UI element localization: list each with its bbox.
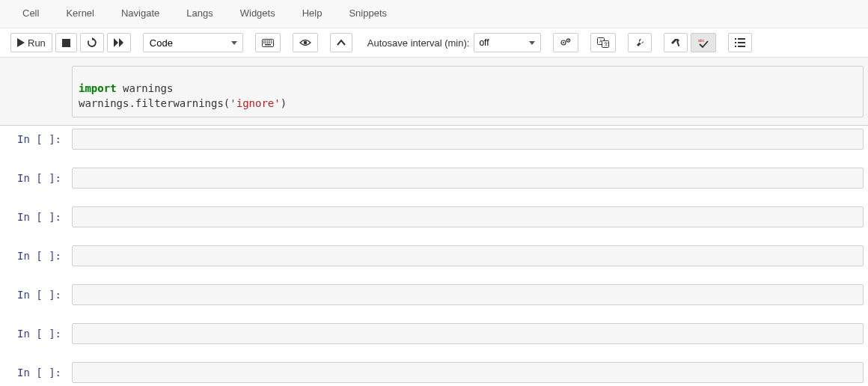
svg-rect-30	[735, 42, 736, 43]
restart-run-all-button[interactable]	[107, 33, 131, 52]
svg-rect-31	[738, 42, 745, 43]
code-input[interactable]	[72, 284, 864, 305]
cell-prompt: In [ ]:	[4, 362, 66, 383]
list-icon	[735, 38, 745, 47]
spellcheck-button[interactable]: abc	[691, 33, 716, 52]
svg-rect-26	[676, 41, 679, 46]
code-cell[interactable]: In [ ]:	[0, 203, 868, 230]
hammer-icon	[670, 37, 681, 48]
svg-point-19	[563, 42, 564, 43]
translate-button[interactable]: A文	[590, 33, 616, 52]
code-cell[interactable]: In [ ]:	[0, 165, 868, 192]
svg-marker-4	[119, 38, 123, 47]
cell-prompt: In [ ]:	[4, 129, 66, 150]
toc-button[interactable]	[728, 33, 752, 52]
svg-rect-12	[265, 42, 266, 43]
cell-prompt: In [ ]:	[4, 245, 66, 266]
svg-point-21	[568, 40, 569, 41]
scroll-top-button[interactable]	[330, 33, 352, 52]
svg-rect-28	[735, 38, 736, 40]
code-input[interactable]	[72, 245, 864, 266]
code-input[interactable]	[72, 362, 864, 383]
menu-langs[interactable]: Langs	[173, 3, 226, 23]
gears-icon	[560, 37, 572, 48]
menu-widgets[interactable]: Widgets	[227, 3, 289, 23]
wrench-icon	[635, 37, 645, 48]
code-input[interactable]	[72, 323, 864, 344]
svg-rect-29	[738, 38, 745, 40]
code-cell[interactable]: In [ ]:	[0, 126, 868, 153]
code-cell[interactable]: In [ ]:	[0, 320, 868, 347]
svg-rect-7	[265, 40, 266, 42]
cell-type-select[interactable]: Code	[143, 33, 243, 52]
cell-prompt: In [ ]:	[4, 206, 66, 227]
svg-rect-11	[263, 42, 265, 43]
svg-rect-33	[738, 46, 745, 47]
chevron-up-icon	[337, 39, 346, 46]
menu-navigate[interactable]: Navigate	[108, 3, 173, 23]
eye-icon	[299, 38, 311, 47]
run-label: Run	[28, 37, 46, 49]
svg-rect-14	[269, 42, 270, 43]
autosave-select[interactable]: off	[474, 33, 541, 52]
toolbar: Run Code Autosave in	[0, 28, 868, 58]
code-cell[interactable]: In [ ]:	[0, 359, 868, 386]
hide-header-button[interactable]	[293, 33, 318, 52]
cell-prompt: In [ ]:	[4, 284, 66, 305]
svg-rect-10	[271, 40, 272, 42]
svg-marker-0	[17, 38, 25, 47]
hammer-button[interactable]	[664, 33, 688, 52]
refresh-icon	[87, 37, 97, 48]
menu-cell[interactable]: Cell	[0, 3, 52, 23]
code-cell[interactable]: import warnings warnings.filterwarnings(…	[0, 58, 868, 126]
translate-icon: A文	[597, 37, 609, 48]
svg-rect-32	[735, 46, 736, 47]
code-prettify-button[interactable]	[628, 33, 652, 52]
spellcheck-icon: abc	[697, 37, 709, 48]
svg-point-17	[304, 41, 308, 45]
autosave-select-wrap: off	[474, 33, 541, 52]
svg-text:abc: abc	[698, 38, 705, 43]
interrupt-button[interactable]	[55, 33, 77, 52]
stop-icon	[62, 39, 70, 47]
code-input[interactable]	[72, 206, 864, 227]
svg-rect-15	[271, 42, 272, 43]
keyboard-icon	[262, 39, 274, 47]
restart-button[interactable]	[80, 33, 104, 52]
play-icon	[17, 38, 25, 47]
svg-rect-1	[62, 39, 70, 47]
nbextensions-config-button[interactable]	[553, 33, 578, 52]
run-button[interactable]: Run	[10, 33, 52, 52]
cell-prompt: In [ ]:	[4, 323, 66, 344]
code-input[interactable]: import warnings warnings.filterwarnings(…	[72, 66, 864, 117]
command-palette-button[interactable]	[255, 33, 281, 52]
code-input[interactable]	[72, 129, 864, 150]
run-indicator	[66, 66, 72, 117]
svg-marker-3	[114, 38, 118, 47]
menu-snippets[interactable]: Snippets	[335, 3, 400, 23]
cell-type-select-wrap: Code	[143, 33, 243, 52]
code-cell[interactable]: In [ ]:	[0, 281, 868, 308]
cell-prompt: In [ ]:	[4, 168, 66, 189]
svg-rect-8	[267, 40, 269, 42]
svg-rect-9	[269, 40, 270, 42]
svg-rect-16	[265, 44, 271, 46]
notebook-container: import warnings warnings.filterwarnings(…	[0, 58, 868, 386]
menubar: Cell Kernel Navigate Langs Widgets Help …	[0, 0, 868, 28]
code-input[interactable]	[72, 168, 864, 189]
svg-rect-6	[263, 40, 265, 42]
code-cell[interactable]: In [ ]:	[0, 242, 868, 269]
menu-kernel[interactable]: Kernel	[52, 3, 108, 23]
svg-rect-13	[267, 42, 269, 43]
cell-prompt	[4, 66, 66, 117]
svg-text:文: 文	[604, 41, 608, 46]
menu-help[interactable]: Help	[289, 3, 336, 23]
autosave-label: Autosave interval (min):	[367, 37, 470, 49]
fast-forward-icon	[114, 38, 124, 47]
